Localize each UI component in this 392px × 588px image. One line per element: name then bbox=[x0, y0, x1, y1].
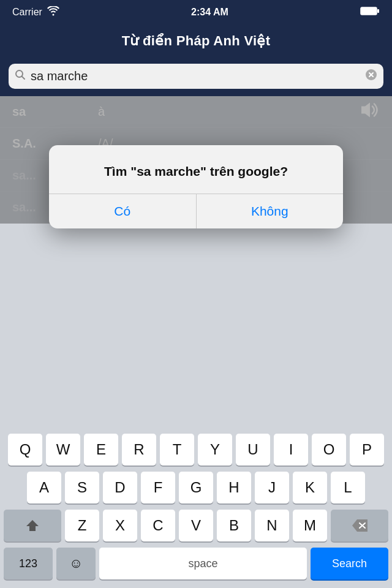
key-q[interactable]: Q bbox=[8, 434, 42, 466]
svg-rect-1 bbox=[377, 9, 379, 13]
key-n[interactable]: N bbox=[255, 510, 289, 541]
key-d[interactable]: D bbox=[103, 472, 137, 503]
search-bar[interactable]: sa marche bbox=[9, 64, 383, 89]
key-c[interactable]: C bbox=[141, 510, 175, 541]
dialog-box: Tìm "sa marche" trên google? Có Không bbox=[49, 145, 343, 228]
key-b[interactable]: B bbox=[217, 510, 251, 541]
carrier-label: Carrier bbox=[12, 7, 42, 18]
key-y[interactable]: Y bbox=[198, 434, 232, 466]
key-u[interactable]: U bbox=[236, 434, 270, 466]
wifi-icon bbox=[47, 6, 59, 18]
search-button[interactable]: Search bbox=[311, 548, 388, 579]
key-numbers[interactable]: 123 bbox=[4, 548, 53, 579]
key-emoji[interactable]: ☺ bbox=[56, 548, 96, 579]
keyboard-row-1: Q W E R T Y U I O P bbox=[4, 434, 388, 466]
search-clear-button[interactable] bbox=[365, 69, 377, 84]
app-title: Từ điển Pháp Anh Việt bbox=[0, 24, 392, 58]
key-e[interactable]: E bbox=[84, 434, 118, 466]
keyboard-row-2: A S D F G H J K L bbox=[4, 472, 388, 503]
key-m[interactable]: M bbox=[293, 510, 327, 541]
svg-marker-8 bbox=[26, 520, 39, 531]
key-v[interactable]: V bbox=[179, 510, 213, 541]
status-left: Carrier bbox=[12, 6, 59, 18]
status-bar: Carrier 2:34 AM bbox=[0, 0, 392, 24]
dialog-buttons: Có Không bbox=[49, 194, 343, 228]
search-icon bbox=[15, 69, 26, 83]
key-l[interactable]: L bbox=[331, 472, 365, 503]
key-p[interactable]: P bbox=[350, 434, 384, 466]
key-delete[interactable] bbox=[331, 510, 388, 541]
key-o[interactable]: O bbox=[312, 434, 346, 466]
dict-section: sa à S.A. /A/ sa... sa... Tìm "sa marche… bbox=[0, 96, 392, 224]
keyboard-row-bottom: 123 ☺ space Search bbox=[4, 548, 388, 579]
dialog-message: Tìm "sa marche" trên google? bbox=[49, 145, 343, 194]
search-value[interactable]: sa marche bbox=[31, 69, 360, 83]
key-a[interactable]: A bbox=[27, 472, 61, 503]
key-x[interactable]: X bbox=[103, 510, 137, 541]
key-h[interactable]: H bbox=[217, 472, 251, 503]
key-j[interactable]: J bbox=[255, 472, 289, 503]
key-i[interactable]: I bbox=[274, 434, 308, 466]
key-f[interactable]: F bbox=[141, 472, 175, 503]
key-t[interactable]: T bbox=[160, 434, 194, 466]
status-time: 2:34 AM bbox=[191, 7, 228, 18]
keyboard-keys: Q W E R T Y U I O P A S D F G H J K L bbox=[0, 428, 392, 588]
svg-line-3 bbox=[22, 77, 25, 80]
key-s[interactable]: S bbox=[65, 472, 99, 503]
key-space[interactable]: space bbox=[99, 548, 307, 579]
keyboard: Q W E R T Y U I O P A S D F G H J K L bbox=[0, 428, 392, 588]
key-r[interactable]: R bbox=[122, 434, 156, 466]
svg-rect-0 bbox=[361, 7, 377, 15]
key-g[interactable]: G bbox=[179, 472, 213, 503]
key-k[interactable]: K bbox=[293, 472, 327, 503]
key-shift[interactable] bbox=[4, 510, 61, 541]
key-z[interactable]: Z bbox=[65, 510, 99, 541]
key-w[interactable]: W bbox=[46, 434, 80, 466]
search-bar-container: sa marche bbox=[0, 58, 392, 96]
battery-icon bbox=[360, 6, 380, 18]
dialog-yes-button[interactable]: Có bbox=[49, 194, 197, 228]
keyboard-row-3: Z X C V B N M bbox=[4, 510, 388, 541]
dialog-overlay: Tìm "sa marche" trên google? Có Không bbox=[0, 96, 392, 224]
dialog-no-button[interactable]: Không bbox=[197, 194, 344, 228]
